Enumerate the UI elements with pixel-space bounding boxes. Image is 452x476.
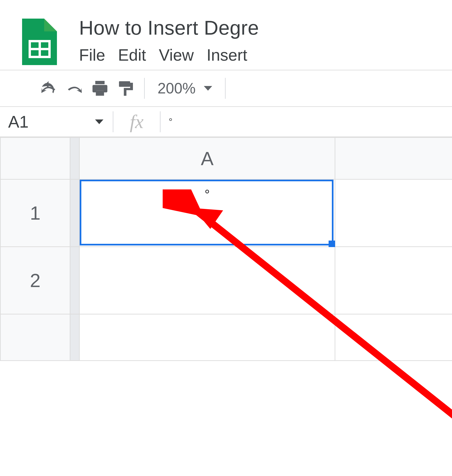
redo-button[interactable] [62,75,87,101]
cell-A1[interactable]: ° [80,179,335,247]
gutter [70,179,80,247]
row-header-3[interactable] [0,314,70,361]
column-header-B[interactable] [335,138,452,179]
menubar: File Edit View Insert [79,46,259,64]
zoom-value: 200% [158,80,196,97]
menu-view[interactable]: View [159,46,193,64]
gutter [70,138,80,179]
zoom-dropdown[interactable]: 200% [151,80,219,97]
gutter [70,247,80,314]
paint-roller-icon [116,79,135,98]
redo-icon [65,79,84,98]
svg-rect-4 [96,91,104,95]
name-box-value: A1 [8,112,29,131]
gutter [70,314,80,361]
toolbar-separator [144,78,145,99]
select-all-corner[interactable] [0,138,70,179]
document-title[interactable]: How to Insert Degre [79,16,259,39]
print-button[interactable] [87,75,113,101]
menu-insert[interactable]: Insert [206,46,247,64]
svg-rect-5 [119,81,130,87]
row-header-2[interactable]: 2 [0,247,70,314]
name-box[interactable]: A1 [0,107,113,136]
cell-A3[interactable] [80,314,335,361]
svg-rect-0 [95,81,105,84]
formula-bar-row: A1 fx ° [0,107,452,137]
cell-B3[interactable] [335,314,452,361]
toolbar-separator [225,78,226,99]
toolbar: 200% [0,70,452,107]
app-header: How to Insert Degre File Edit View Inser… [0,0,452,70]
sheets-logo-icon[interactable] [22,19,57,65]
formula-input[interactable]: ° [160,107,452,136]
column-header-A[interactable]: A [80,138,335,179]
row-header-1[interactable]: 1 [0,179,70,247]
paint-format-button[interactable] [113,75,138,101]
chevron-down-icon [204,86,212,91]
menu-edit[interactable]: Edit [118,46,146,64]
fx-icon: fx [113,111,160,133]
cell-A2[interactable] [80,247,335,314]
chevron-down-icon [95,120,103,124]
cell-B2[interactable] [335,247,452,314]
print-icon [91,79,109,98]
menu-file[interactable]: File [79,46,105,64]
cell-B1[interactable] [335,179,452,247]
spreadsheet-grid[interactable]: A 1 ° 2 [0,137,452,361]
undo-button[interactable] [36,75,62,101]
